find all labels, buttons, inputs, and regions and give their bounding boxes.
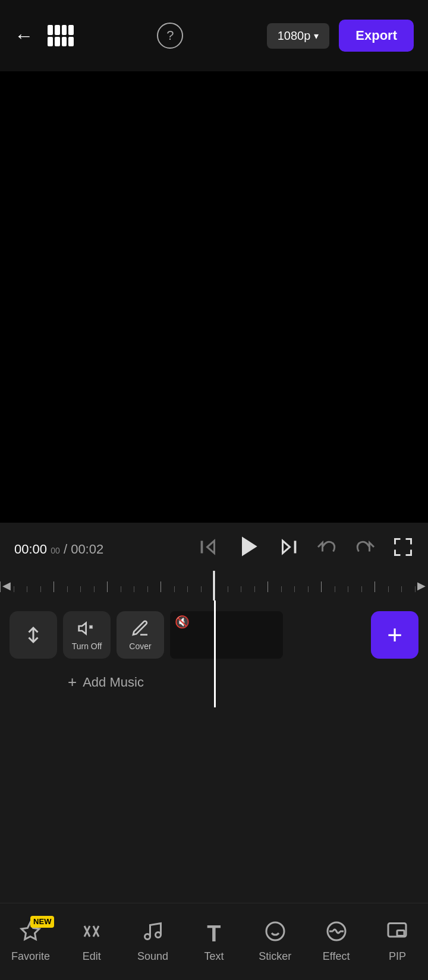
editor-panel: 00:00 00 / 00:02 [0,523,428,909]
export-button[interactable]: Export [339,20,414,52]
sidebar-item-effect[interactable]: Effect [313,921,360,963]
chevron-down-icon: ▾ [314,30,319,42]
sound-label: Sound [137,950,168,963]
sidebar-item-favorite[interactable]: NEW Favorite [7,921,54,963]
sound-icon [142,921,163,947]
text-label: Text [204,950,224,963]
effect-icon [326,921,347,947]
svg-point-14 [145,934,150,940]
bottom-nav: NEW Favorite Edit Sound [0,903,428,980]
back-button[interactable]: ← [14,25,33,47]
mute-icon: 🔇 [175,615,190,629]
favorite-label: Favorite [11,950,50,963]
track-row: Turn Off Cover 🔇 + [0,606,428,663]
time-display: 00:00 00 / 00:02 [14,542,103,557]
sidebar-item-text[interactable]: T Text [190,921,238,963]
undo-button[interactable] [316,536,338,562]
skip-forward-button[interactable] [278,536,300,562]
playhead [213,571,215,600]
sort-button[interactable] [10,611,57,659]
sidebar-item-edit[interactable]: Edit [68,921,115,963]
top-bar-left: ← [14,25,74,47]
video-preview [0,71,428,523]
svg-marker-2 [242,537,257,557]
video-clip: 🔇 [170,611,283,659]
effect-label: Effect [323,950,350,963]
svg-marker-3 [283,541,290,554]
timeline-ruler: ◀ ▶ [0,571,428,600]
svg-rect-23 [397,931,404,936]
text-icon: T [207,921,221,947]
cover-button[interactable]: Cover [117,611,164,659]
timeline-controls: 00:00 00 / 00:02 [0,523,428,571]
sticker-icon [265,921,286,947]
pip-icon [386,921,408,947]
svg-point-16 [266,922,284,940]
add-track-button[interactable]: + [371,611,418,659]
help-button[interactable]: ? [157,23,183,49]
time-total: 00:02 [71,542,103,557]
skip-back-button[interactable] [197,536,219,562]
track-area: Turn Off Cover 🔇 + [0,600,428,707]
new-badge: NEW [30,916,54,928]
resolution-label: 1080p [278,29,311,43]
add-music-label: Add Music [83,675,144,690]
time-current: 00:00 [14,542,47,557]
edit-icon [81,921,102,947]
cover-label: Cover [129,641,151,651]
svg-marker-0 [207,541,215,554]
pip-label: PIP [389,950,406,963]
top-bar-right: 1080p ▾ Export [267,20,414,52]
time-separator: / [64,542,67,557]
fullscreen-button[interactable] [392,536,414,562]
resolution-button[interactable]: 1080p ▾ [267,23,330,49]
add-music-button[interactable]: + Add Music [68,673,144,691]
redo-button[interactable] [354,536,376,562]
sticker-label: Sticker [259,950,291,963]
edit-label: Edit [83,950,101,963]
add-music-row: + Add Music [54,663,428,701]
playback-controls [197,533,414,565]
ruler-arrow-left: ◀ [2,579,11,592]
svg-point-15 [156,932,161,938]
time-small: 00 [51,546,60,555]
svg-marker-6 [79,623,86,634]
sidebar-item-sound[interactable]: Sound [129,921,177,963]
sidebar-item-pip[interactable]: PIP [373,921,421,963]
play-button[interactable] [235,533,262,565]
turn-off-button[interactable]: Turn Off [63,611,111,659]
add-music-plus-icon: + [68,673,77,691]
timeline-icon [48,25,74,46]
ruler-arrow-right: ▶ [417,579,426,592]
top-bar: ← ? 1080p ▾ Export [0,0,428,71]
editor-relative: 00:00 00 / 00:02 [0,523,428,707]
sidebar-item-sticker[interactable]: Sticker [251,921,299,963]
turn-off-label: Turn Off [72,641,102,651]
